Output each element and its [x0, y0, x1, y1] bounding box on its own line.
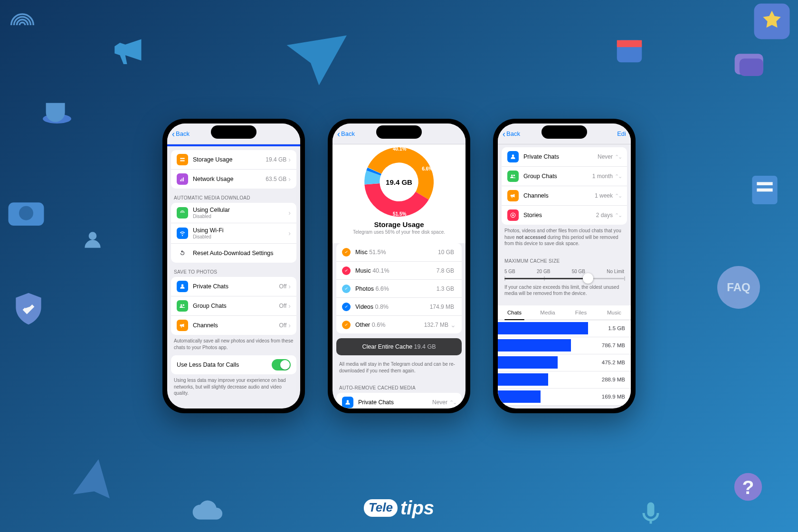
using-cellular-row[interactable]: Using CellularDisabled › — [171, 203, 296, 223]
svg-rect-16 — [181, 179, 182, 181]
autoremove-row[interactable]: Stories 2 days ⌃⌄ — [502, 205, 627, 225]
autoremove-row[interactable]: Channels 1 week ⌃⌄ — [502, 186, 627, 205]
svg-rect-11 — [757, 189, 772, 192]
row-value: 174.9 MB — [430, 304, 454, 310]
tab-media[interactable]: Media — [531, 305, 564, 320]
row-label: Videos 0.8% — [355, 304, 430, 310]
breakdown-row[interactable]: Other 0.6% 132.7 MB⌄ — [336, 315, 462, 333]
bar-row[interactable]: 475.2 MB — [498, 354, 631, 371]
tab-chats[interactable]: Chats — [498, 305, 531, 320]
breakdown-row[interactable]: Photos 6.6% 1.3 GB — [336, 279, 462, 297]
row-label: Channels — [193, 322, 279, 329]
chevron-left-icon: ‹ — [503, 130, 505, 138]
svg-rect-4 — [740, 58, 763, 76]
chevron-right-icon: › — [288, 322, 291, 329]
row-label: Photos 6.6% — [355, 285, 437, 292]
row-value: 10 GB — [438, 249, 454, 256]
page-title: De — [213, 130, 255, 137]
bar-value: 475.2 MB — [602, 360, 631, 365]
stepper-icon: ⌃⌄ — [615, 154, 621, 160]
svg-text:?: ? — [742, 476, 754, 498]
breakdown-row[interactable]: Videos 0.8% 174.9 MB — [336, 297, 462, 315]
row-value: 1.3 GB — [437, 285, 454, 292]
row-label: Private Chats — [358, 399, 432, 406]
plane2-icon — [58, 452, 123, 517]
svg-rect-15 — [180, 180, 181, 181]
reset-auto-download-row[interactable]: Reset Auto-Download Settings — [171, 243, 296, 263]
row-value: 7.8 GB — [437, 267, 454, 274]
clear-cache-button[interactable]: Clear Entire Cache 19.4 GB — [336, 338, 462, 355]
channels-row[interactable]: Channels Off › — [171, 315, 296, 335]
less-data-row[interactable]: Use Less Data for Calls — [171, 355, 296, 374]
svg-point-19 — [180, 304, 182, 306]
edit-button[interactable]: Edi — [617, 130, 626, 137]
stories-icon — [507, 209, 519, 221]
stepper-icon: ⌃⌄ — [449, 399, 456, 406]
doc-icon — [746, 171, 784, 209]
section-footer: Automatically save all new photos and vi… — [167, 335, 300, 355]
storage-title: Storage Usage — [332, 220, 466, 228]
group-chats-row[interactable]: Group Chats Off › — [171, 296, 296, 315]
row-value: Off — [279, 303, 287, 309]
row-sub: Disabled — [193, 214, 288, 219]
donut-center: 19.4 GB — [363, 146, 435, 218]
network-usage-row[interactable]: Network Usage 63.5 GB › — [171, 169, 296, 189]
chevron-right-icon: › — [288, 175, 291, 183]
phone-data-storage: ‹Back De Storage Usage 19.4 GB › Network… — [162, 119, 305, 413]
reset-icon — [177, 247, 188, 259]
bar-row[interactable]: 288.9 MB — [498, 371, 631, 389]
bar-value: 786.7 MB — [602, 342, 631, 348]
person-icon — [177, 281, 188, 292]
user-icon — [81, 228, 104, 252]
svg-point-32 — [512, 214, 514, 216]
svg-rect-14 — [647, 503, 655, 517]
bar-value: 169.9 MB — [602, 394, 631, 399]
row-label: Music 40.1% — [355, 267, 437, 274]
breakdown-row[interactable]: Misc 51.5% 10 GB — [336, 243, 462, 261]
row-label: Other 0.6% — [355, 322, 424, 328]
mic-icon — [636, 499, 665, 527]
chevron-right-icon: › — [288, 229, 291, 237]
back-button[interactable]: ‹Back — [337, 130, 355, 138]
calendar-icon — [613, 33, 646, 66]
storage-subtitle: Telegram uses 56% of your free disk spac… — [332, 229, 466, 239]
back-button[interactable]: ‹Back — [172, 130, 190, 138]
chat-icon — [732, 48, 770, 86]
using-wifi-row[interactable]: Using Wi-FiDisabled › — [171, 223, 296, 243]
storage-usage-row[interactable]: Storage Usage 19.4 GB › — [171, 150, 296, 169]
slider-label: 50 GB — [572, 269, 585, 274]
row-sub: Disabled — [193, 234, 288, 239]
row-value: Never — [432, 399, 447, 406]
tab-music[interactable]: Music — [598, 305, 631, 320]
person-icon — [342, 397, 353, 408]
donut-label: 6.6% — [422, 166, 433, 171]
stepper-icon: ⌃⌄ — [615, 173, 621, 180]
channel-icon — [177, 320, 188, 331]
toggle-switch[interactable] — [272, 359, 291, 370]
cloud-icon — [190, 499, 228, 522]
row-value: 2 days — [596, 212, 613, 218]
check-icon — [342, 266, 351, 275]
question-icon: ? — [732, 470, 765, 504]
group-icon — [177, 300, 188, 312]
group-icon — [507, 171, 519, 182]
camera-icon — [5, 190, 48, 233]
private-chats-row[interactable]: Private Chats Off › — [171, 277, 296, 296]
tab-files[interactable]: Files — [564, 305, 598, 320]
navbar: ‹Back Edi — [498, 124, 631, 144]
bar-row[interactable]: 169.9 MB — [498, 389, 631, 406]
phone-storage-usage: ‹Back 19.4 GB 40.1% 6.6% 51.5% Storage U… — [328, 119, 470, 413]
autoremove-row[interactable]: Private Chats Never ⌃⌄ — [502, 147, 627, 166]
breakdown-row[interactable]: Music 40.1% 7.8 GB — [336, 261, 462, 279]
autoremove-row[interactable]: Group Chats 1 month ⌃⌄ — [502, 166, 627, 186]
row-value: 1 month — [592, 173, 613, 180]
row-value: 19.4 GB — [266, 156, 286, 163]
back-button[interactable]: ‹Back — [503, 130, 520, 138]
autoremove-private-row[interactable]: Private Chats Never ⌃⌄ — [336, 393, 462, 408]
bar-row[interactable]: 1.5 GB — [498, 320, 631, 337]
row-value: Off — [279, 283, 287, 290]
chevron-down-icon: ⌄ — [450, 321, 456, 329]
cache-size-slider[interactable]: 5 GB 20 GB 50 GB No Limit — [498, 266, 631, 279]
section-header: MAXIMUM CACHE SIZE — [498, 252, 631, 266]
bar-row[interactable]: 786.7 MB — [498, 337, 631, 354]
